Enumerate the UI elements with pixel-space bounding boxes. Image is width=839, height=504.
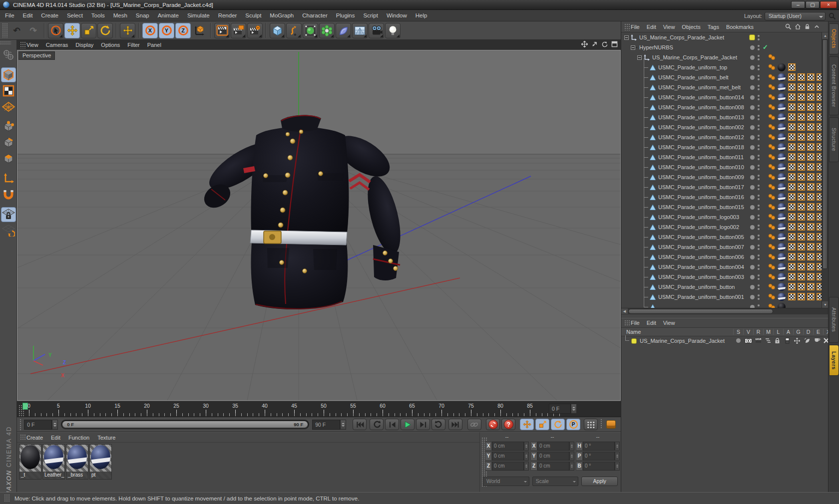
layer-view-icon[interactable] — [743, 338, 753, 344]
model-mode-button[interactable] — [1, 67, 16, 82]
object-row[interactable]: US_Marine_Corps_Parade_Jacket — [621, 32, 828, 42]
uvw-tag-icon[interactable] — [788, 243, 796, 251]
material-tag-icon[interactable] — [778, 243, 786, 251]
add-hypernurbs-button[interactable] — [303, 23, 318, 38]
om-grip[interactable] — [624, 23, 630, 30]
uvw-tag-icon[interactable] — [807, 103, 815, 111]
coordinate-stepper[interactable] — [615, 452, 620, 461]
visibility-dots[interactable] — [758, 44, 760, 52]
coordinate-stepper[interactable] — [524, 452, 529, 461]
material-tag-icon[interactable] — [778, 143, 786, 151]
phong-tag-icon[interactable] — [768, 184, 776, 190]
transport-grip[interactable] — [19, 419, 22, 430]
coordinate-value-field[interactable]: 0 ° — [583, 452, 615, 461]
uvw-tag-icon[interactable] — [807, 173, 815, 181]
tab-attributes[interactable]: Attributes — [829, 297, 839, 343]
object-row[interactable]: USMC_Parade_uniform_button008 — [621, 102, 828, 112]
uvw-tag-icon[interactable] — [798, 193, 805, 201]
points-mode-button[interactable] — [1, 119, 16, 134]
leftbar-grip[interactable] — [0, 41, 11, 45]
last-used-tool-button[interactable] — [120, 23, 135, 38]
layer-color-dot[interactable] — [750, 85, 755, 90]
visibility-dots[interactable] — [758, 94, 760, 102]
expander-icon[interactable] — [624, 35, 629, 40]
coordinate-system-button[interactable] — [192, 23, 207, 38]
layer-animation-icon[interactable] — [782, 338, 792, 344]
material-tag-icon[interactable] — [778, 63, 786, 71]
layer-color-dot[interactable] — [750, 75, 755, 80]
layer-color-dot[interactable] — [750, 205, 755, 210]
record-keyframe-button[interactable] — [486, 419, 500, 430]
coordinate-value-field[interactable]: 0 cm — [492, 452, 524, 461]
move-tool-button[interactable] — [64, 23, 80, 38]
expander-icon[interactable] — [631, 45, 635, 50]
polygons-mode-button[interactable] — [1, 151, 16, 166]
lock-workplane-button[interactable] — [1, 207, 16, 222]
material-tag-icon[interactable] — [778, 203, 786, 211]
coordinate-value-field[interactable]: 0 cm — [537, 442, 569, 451]
layer-color-dot[interactable] — [750, 275, 755, 279]
goto-end-button[interactable] — [448, 419, 462, 430]
key-parameter-button[interactable]: P — [566, 419, 580, 430]
coordinate-system-select[interactable]: World — [483, 477, 529, 486]
uvw-tag-icon[interactable] — [807, 203, 815, 211]
visibility-dots[interactable] — [758, 204, 760, 212]
phong-tag-icon[interactable] — [768, 134, 776, 140]
layer-expressions-icon[interactable] — [812, 338, 822, 343]
object-row[interactable]: USMC_Parade_uniform_button017 — [621, 182, 828, 192]
object-row[interactable]: USMC_Parade_uniform_button018 — [621, 142, 828, 152]
uvw-tag-icon[interactable] — [788, 173, 796, 181]
coordinate-stepper[interactable] — [569, 442, 574, 451]
coordinate-value-field[interactable]: 0 ° — [583, 442, 615, 451]
uvw-tag-icon[interactable] — [807, 223, 815, 231]
layer-color-dot[interactable] — [750, 285, 755, 289]
material-tag-icon[interactable] — [778, 103, 786, 111]
uvw-tag-icon[interactable] — [798, 83, 805, 91]
coordinate-stepper[interactable] — [615, 462, 620, 471]
visibility-dots[interactable] — [758, 134, 760, 142]
om-home-icon[interactable] — [795, 23, 801, 30]
lock-x-axis-button[interactable]: X — [142, 23, 158, 38]
om-lock-icon[interactable] — [804, 23, 811, 30]
uvw-tag-icon[interactable] — [788, 153, 796, 161]
layout-select[interactable]: Startup (User) — [765, 12, 826, 20]
menubar-item[interactable]: Simulate — [187, 12, 210, 18]
coordinate-value-field[interactable]: 0 cm — [492, 442, 524, 451]
uvw-tag-icon[interactable] — [798, 113, 805, 121]
viewport-menu-item[interactable]: View — [26, 42, 38, 48]
om-menu-item[interactable]: Edit — [647, 24, 656, 30]
lm-menu-item[interactable]: View — [663, 320, 675, 326]
visibility-dots[interactable] — [758, 194, 760, 202]
visibility-dots[interactable] — [758, 273, 760, 281]
material-menu-item[interactable]: Texture — [97, 435, 115, 441]
expander-icon[interactable] — [637, 55, 642, 60]
visibility-dots[interactable] — [758, 263, 760, 271]
layer-color-dot[interactable] — [750, 175, 755, 180]
add-floor-button[interactable] — [352, 23, 368, 38]
object-row[interactable]: USMC_Parade_uniform_button013 — [621, 112, 828, 122]
previous-frame-button[interactable] — [385, 419, 399, 430]
viewport-pan-icon[interactable] — [581, 41, 588, 47]
rotate-tool-button[interactable] — [97, 23, 113, 38]
material-tag-icon[interactable] — [778, 283, 786, 291]
phong-tag-icon[interactable] — [768, 94, 776, 100]
uvw-tag-icon[interactable] — [788, 83, 796, 91]
object-row[interactable]: USMC_Parade_uniform_button016 — [621, 192, 828, 202]
viewport-menu-item[interactable]: Filter — [127, 42, 139, 48]
visibility-dots[interactable] — [758, 34, 760, 42]
material-tag-icon[interactable] — [778, 273, 786, 281]
object-row[interactable]: USMC_Parade_uniform_button011 — [621, 152, 828, 162]
autokeying-help-button[interactable] — [501, 419, 515, 430]
uvw-tag-icon[interactable] — [788, 253, 796, 260]
visibility-dots[interactable] — [758, 154, 760, 162]
uvw-tag-icon[interactable] — [788, 293, 796, 300]
layer-row[interactable]: US_Marine_Corps_Parade_Jacket — [621, 336, 828, 346]
coordinate-value-field[interactable]: 0 cm — [537, 452, 569, 461]
material-tile[interactable]: _brass — [66, 444, 88, 480]
uvw-tag-icon[interactable] — [798, 103, 805, 111]
uvw-tag-icon[interactable] — [807, 283, 815, 290]
menubar-item[interactable]: Mesh — [113, 12, 127, 18]
key-position-button[interactable] — [520, 419, 534, 430]
planar-workplane-button[interactable] — [1, 223, 16, 238]
current-frame-stepper[interactable] — [52, 420, 58, 430]
